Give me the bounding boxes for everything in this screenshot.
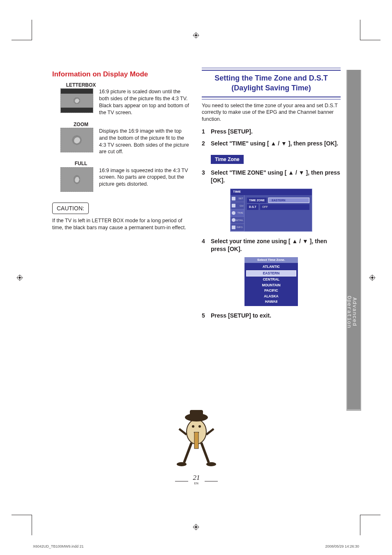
osd-title: TIME — [231, 189, 312, 195]
svg-point-20 — [198, 425, 201, 428]
mode-desc-full: 16:9 image is squeezed into the 4:3 TV s… — [99, 167, 191, 192]
osd2-item-selected: EASTERN — [246, 270, 296, 276]
svg-point-24 — [206, 462, 216, 466]
section-tab-label: Advanced Operation — [346, 296, 357, 328]
osd-timezone-list: Select Time Zone. ATLANTIC EASTERN CENTR… — [244, 257, 298, 306]
step-4: 4 Select your time zone using [ ▲ / ▼ ],… — [202, 237, 341, 253]
mode-label-full: FULL — [60, 160, 101, 167]
right-intro: You need to select the time zone of your… — [202, 102, 341, 123]
osd-side-item: INFO. — [231, 224, 244, 231]
tv-icon — [232, 197, 235, 200]
step-5-text: Press [SETUP] to exit. — [211, 312, 271, 320]
svg-rect-18 — [190, 410, 203, 417]
step-num: 4 — [202, 237, 211, 253]
osd-field-value: OFF — [260, 204, 309, 210]
step-num: 1 — [202, 128, 211, 136]
svg-point-19 — [192, 425, 194, 428]
step-num: 2 — [202, 140, 211, 147]
page-num-rule — [175, 481, 188, 481]
step-2: 2 Select "TIME" using [ ▲ / ▼ ], then pr… — [202, 140, 341, 147]
osd2-item: ATLANTIC — [247, 264, 295, 269]
page-num-rule — [205, 481, 218, 481]
section-tab — [347, 70, 360, 409]
crop-mark — [32, 515, 32, 535]
svg-line-26 — [179, 429, 187, 435]
osd2-item: MOUNTAIN — [247, 283, 295, 288]
osd-side-item: DETAIL — [231, 217, 244, 224]
registration-mark-icon — [193, 524, 199, 530]
step-num: 3 — [202, 169, 211, 184]
footer-filename: X6042UD_TB100MW9.indd 21 — [33, 544, 84, 548]
timezone-subheader: Time Zone — [211, 155, 244, 164]
osd-field-label: D.S.T — [247, 204, 258, 210]
right-heading: Setting the Time Zone and D.S.T (Dayligh… — [202, 70, 341, 97]
step-5: 5 Press [SETUP] to exit. — [202, 312, 341, 320]
mode-row-letterbox: 16:9 picture is scaled down until the bo… — [60, 88, 191, 116]
section-tab-line1: Advanced — [351, 297, 357, 326]
osd2-item: ALASKA — [247, 294, 295, 299]
svg-line-27 — [206, 429, 214, 435]
step-2-text: Select "TIME" using [ ▲ / ▼ ], then pres… — [211, 140, 338, 147]
osd-time-menu: TIME SET CH TIME DETAIL INFO. TIME ZONE … — [230, 189, 312, 232]
crop-mark — [32, 20, 32, 40]
mode-row-zoom: Displays the 16:9 image with the top and… — [60, 128, 191, 156]
registration-mark-icon — [193, 32, 199, 39]
osd2-item: HAWAII — [247, 299, 295, 304]
mode-row-full: 16:9 image is squeezed into the 4:3 TV s… — [60, 167, 191, 192]
crop-mark — [360, 515, 380, 515]
footer-timestamp: 2008/05/29 14:26:30 — [325, 544, 359, 548]
crop-mark — [12, 515, 32, 515]
osd2-item: CENTRAL — [247, 277, 295, 282]
step-3-text: Select "TIME ZONE" using [ ▲ / ▼ ], then… — [211, 169, 341, 184]
osd-field-label: TIME ZONE — [247, 198, 267, 203]
crop-mark — [360, 40, 380, 40]
svg-rect-25 — [194, 432, 198, 449]
osd-sidebar: SET CH TIME DETAIL INFO. — [231, 195, 244, 231]
page-number: 21 EN — [193, 474, 200, 485]
clock-icon — [232, 211, 235, 215]
mode-label-zoom: ZOOM — [60, 121, 101, 128]
crop-mark — [360, 515, 360, 535]
mode-desc-zoom: Displays the 16:9 image with the top and… — [99, 128, 191, 156]
step-1-text: Press [SETUP]. — [211, 128, 253, 136]
caution-text: If the TV is left in LETTER BOX mode for… — [52, 217, 191, 231]
section-tab-line2: Operation — [346, 296, 352, 328]
svg-line-21 — [184, 443, 191, 463]
step-4-text: Select your time zone using [ ▲ / ▼ ], t… — [211, 237, 341, 253]
mode-label-letterbox: LETTERBOX — [60, 82, 101, 88]
step-1: 1 Press [SETUP]. — [202, 128, 341, 136]
page-number-value: 21 — [193, 474, 200, 481]
osd2-title: Select Time Zone. — [244, 257, 298, 263]
osd-field-value-selected: EASTERN — [268, 198, 309, 203]
osd-side-item-selected: TIME — [231, 210, 244, 217]
channel-icon — [232, 204, 235, 207]
osd2-item: PACIFIC — [247, 288, 295, 293]
registration-mark-icon — [16, 274, 23, 281]
mascot-icon — [172, 409, 221, 467]
osd-side-item: SET — [231, 195, 244, 203]
zoom-preview-icon — [60, 128, 93, 152]
crop-mark — [12, 40, 32, 40]
crop-mark — [360, 20, 360, 40]
step-3: 3 Select "TIME ZONE" using [ ▲ / ▼ ], th… — [202, 169, 341, 184]
svg-point-23 — [177, 462, 187, 466]
left-heading: Information on Display Mode — [52, 70, 191, 79]
svg-line-22 — [201, 443, 209, 463]
full-preview-icon — [60, 167, 93, 192]
mode-desc-letterbox: 16:9 picture is scaled down until the bo… — [99, 88, 191, 116]
caution-label: CAUTION: — [52, 203, 89, 214]
info-icon — [232, 226, 235, 229]
step-num: 5 — [202, 312, 211, 320]
registration-mark-icon — [369, 274, 376, 281]
osd-side-item: CH — [231, 202, 244, 210]
page-lang: EN — [193, 482, 200, 485]
letterbox-preview-icon — [60, 88, 93, 113]
